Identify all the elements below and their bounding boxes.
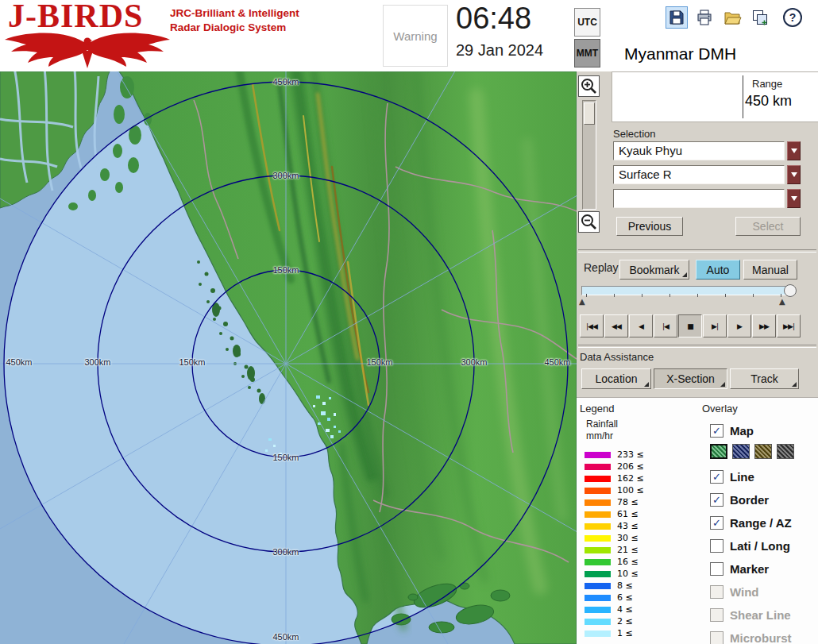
jbirds-app: J-BIRDS JRC-Brilliant & Intelligent Rada… — [0, 0, 818, 644]
checkbox[interactable]: ✓ — [710, 493, 723, 507]
legend-color-swatch — [585, 452, 611, 458]
checkbox[interactable]: ✓ — [710, 516, 723, 530]
open-button[interactable] — [721, 6, 743, 29]
stop-button[interactable]: ■ — [678, 314, 702, 337]
map-style-swatch-0[interactable] — [710, 444, 727, 459]
select-button[interactable]: Select — [735, 217, 801, 236]
copy-button[interactable] — [749, 6, 771, 29]
map-style-swatch-2[interactable] — [754, 444, 772, 459]
legend-row: 4 ≤ — [585, 604, 644, 615]
legend-unit-line1: Rainfall — [586, 418, 618, 430]
product-field[interactable]: Surface R — [613, 165, 785, 184]
previous-button[interactable]: Previous — [616, 217, 683, 236]
print-button[interactable] — [693, 6, 716, 29]
eagle-logo-icon — [3, 29, 172, 70]
overlay-label: Overlay — [702, 403, 738, 415]
legend-value: 30 ≤ — [617, 533, 639, 543]
play-back-button[interactable]: ◀ — [629, 314, 653, 337]
overlay-item-label: Marker — [730, 562, 769, 576]
legend-value: 61 ≤ — [617, 509, 639, 519]
forward-fast-button[interactable]: ▶▶ — [752, 314, 776, 337]
skip-end-button[interactable]: ▶▶| — [777, 314, 801, 337]
overlay-item-map[interactable]: ✓ Map — [710, 422, 815, 439]
legend-value: 21 ≤ — [617, 545, 639, 555]
bookmark-button[interactable]: Bookmark — [619, 260, 689, 280]
print-icon — [695, 8, 714, 27]
play-button[interactable]: ▶ — [727, 314, 751, 337]
checkbox[interactable]: ✓ — [710, 470, 723, 484]
overlay-item-lati-long[interactable]: Lati / Long — [710, 537, 815, 554]
map-checkbox[interactable]: ✓ — [710, 424, 723, 438]
rewind-fast-button[interactable]: ◀◀ — [604, 314, 628, 337]
extra-combo — [613, 189, 801, 208]
legend-row: 10 ≤ — [585, 568, 644, 580]
content: 450km300km150km150km300km450km450km300km… — [0, 71, 818, 644]
legend-color-swatch — [585, 476, 611, 482]
manual-button[interactable]: Manual — [743, 260, 797, 280]
legend-color-swatch — [585, 511, 611, 518]
timeline-start-marker: ▲ — [579, 297, 585, 306]
legend-overlay-panel: Legend Rainfall mm/hr 233 ≤206 ≤162 ≤100… — [577, 397, 818, 644]
help-button[interactable]: ? — [781, 6, 804, 29]
legend-color-swatch — [585, 523, 611, 530]
legend-value: 4 ≤ — [617, 604, 633, 615]
map-style-swatch-1[interactable] — [732, 444, 750, 459]
playback-bar: |◀◀◀◀◀|◀■▶|▶▶▶▶▶| — [580, 314, 801, 337]
checkbox[interactable] — [710, 539, 723, 553]
overlay-item-label: Shear Line — [730, 608, 791, 622]
checkbox — [710, 585, 723, 599]
overlay-item-border[interactable]: ✓Border — [710, 491, 815, 508]
divider — [578, 249, 816, 253]
legend-color-swatch — [585, 607, 611, 613]
overlay-list-first: ✓ Map — [710, 422, 815, 445]
step-forward-button[interactable]: ▶| — [703, 314, 727, 337]
map-wrap[interactable]: 450km300km150km150km300km450km450km300km… — [0, 71, 577, 644]
overlay-item-line[interactable]: ✓Line — [710, 468, 815, 485]
extra-dropdown-button[interactable] — [787, 189, 801, 208]
overlay-item-marker[interactable]: Marker — [710, 560, 815, 577]
save-button[interactable] — [666, 6, 688, 29]
overlay-item-shear-line: Shear Line — [710, 606, 815, 623]
overlay-item-range-az[interactable]: ✓Range / AZ — [710, 514, 815, 531]
legend-color-swatch — [585, 535, 611, 542]
track-button[interactable]: Track — [730, 368, 799, 389]
checkbox[interactable] — [710, 562, 723, 576]
legend-row: 6 ≤ — [585, 592, 644, 604]
replay-slider-thumb[interactable] — [784, 284, 797, 297]
radar-site-dropdown-button[interactable] — [787, 141, 801, 160]
x-section-button[interactable]: X-Section — [654, 368, 727, 389]
replay-timeline-slider[interactable]: ▲ ▲ — [581, 284, 797, 308]
divider — [578, 345, 816, 348]
chevron-down-icon — [791, 148, 797, 153]
utc-button[interactable]: UTC — [574, 8, 600, 37]
location-button[interactable]: Location — [581, 368, 651, 389]
range-box: Range 450 km — [612, 71, 818, 122]
help-icon: ? — [783, 8, 802, 27]
zoom-in-button[interactable] — [578, 75, 600, 97]
legend-color-swatch — [585, 499, 611, 506]
control-panel: Range 450 km Selection Kyauk Phyu Surfac… — [577, 71, 818, 644]
zoom-in-icon — [580, 77, 598, 95]
copy-window-icon — [750, 8, 770, 27]
legend-color-swatch — [585, 547, 611, 553]
selection-label: Selection — [613, 128, 655, 140]
legend-row: 8 ≤ — [585, 580, 644, 592]
zoom-out-button[interactable] — [578, 211, 600, 233]
radar-map[interactable] — [0, 71, 577, 644]
step-back-button[interactable]: |◀ — [654, 314, 677, 337]
product-dropdown-button[interactable] — [787, 165, 801, 184]
map-zoom-slider-thumb[interactable] — [584, 102, 595, 125]
legend-row: 162 ≤ — [585, 472, 644, 484]
radar-site-field[interactable]: Kyauk Phyu — [613, 141, 785, 160]
map-style-swatches — [710, 444, 794, 459]
auto-button[interactable]: Auto — [696, 260, 740, 280]
zoom-out-icon — [580, 213, 598, 231]
extra-field[interactable] — [613, 189, 785, 208]
mmt-button[interactable]: MMT — [574, 39, 600, 67]
legend-value: 43 ≤ — [617, 521, 639, 531]
legend-row: 206 ≤ — [585, 461, 644, 472]
skip-start-button[interactable]: |◀◀ — [580, 314, 604, 337]
map-style-swatch-3[interactable] — [777, 444, 794, 459]
legend-row: 21 ≤ — [585, 544, 644, 556]
map-zoom-slider[interactable] — [582, 100, 596, 210]
